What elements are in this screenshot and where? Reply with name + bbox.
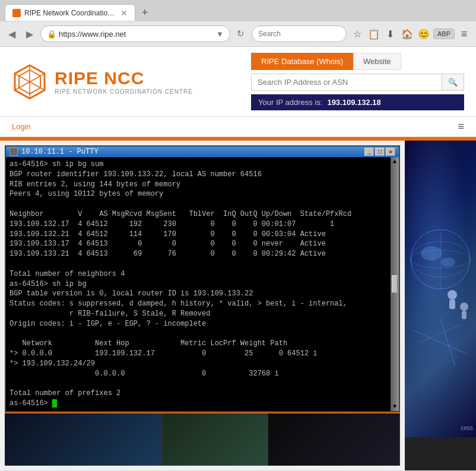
search-area: RIPE Database (Whois) Website 🔍 Your IP … xyxy=(251,53,464,110)
ripe-ncc-subtitle: RIPE NETWORK COORDINATION CENTRE xyxy=(55,88,193,95)
putty-maximize-button[interactable]: □ xyxy=(375,148,385,156)
scrollbar-thumb[interactable] xyxy=(392,275,398,293)
thumbnail-strip xyxy=(5,412,400,466)
right-sidebar: cess xyxy=(405,141,476,470)
address-bar[interactable]: 🔒 https://www.ripe.net ▼ xyxy=(40,26,230,42)
thumbnail-3 xyxy=(268,413,400,466)
tab-ripe-database[interactable]: RIPE Database (Whois) xyxy=(251,53,353,70)
address-text: https://www.ripe.net xyxy=(59,30,214,39)
scrollbar-down-arrow[interactable]: ▼ xyxy=(393,403,396,410)
address-dropdown-icon[interactable]: ▼ xyxy=(216,30,224,39)
login-link[interactable]: Login xyxy=(12,122,31,131)
pocket-icon[interactable]: ⬇ xyxy=(383,27,398,41)
putty-title-text: 10.10.11.1 - PuTTY xyxy=(21,148,99,156)
putty-window: 10.10.11.1 - PuTTY _ □ ✕ as-64516> sh ip… xyxy=(5,145,400,412)
ripe-search-button[interactable]: 🔍 xyxy=(442,74,464,90)
main-area: 10.10.11.1 - PuTTY _ □ ✕ as-64516> sh ip… xyxy=(0,141,476,470)
bookmark-star-icon[interactable]: ☆ xyxy=(350,27,364,41)
active-tab[interactable]: RIPE Network Coordination C... ✕ xyxy=(5,4,135,21)
tab-favicon xyxy=(12,9,21,17)
logo-area: RIPE NCC RIPE NETWORK COORDINATION CENTR… xyxy=(12,64,193,100)
site-nav: Login ≡ xyxy=(0,117,476,137)
putty-scrollbar[interactable]: ▲ ▼ xyxy=(391,157,399,411)
thumbnail-1 xyxy=(5,413,163,466)
browser-search-box[interactable] xyxy=(252,26,347,42)
reading-list-icon[interactable]: 📋 xyxy=(367,27,381,41)
new-tab-button[interactable]: + xyxy=(138,5,152,20)
terminal-content: as-64516> sh ip bg sum BGP router identi… xyxy=(9,160,387,409)
putty-close-button[interactable]: ✕ xyxy=(386,148,395,156)
ripe-search-input[interactable] xyxy=(252,74,442,90)
scrollbar-up-arrow[interactable]: ▲ xyxy=(393,158,396,165)
ip-banner: Your IP address is: 193.109.132.18 xyxy=(251,94,464,110)
sidebar-label: cess xyxy=(461,425,473,431)
ripe-logo-svg xyxy=(12,64,47,100)
putty-body[interactable]: as-64516> sh ip bg sum BGP router identi… xyxy=(6,157,391,411)
tab-close-button[interactable]: ✕ xyxy=(120,8,128,18)
forward-button[interactable]: ▶ xyxy=(23,27,37,41)
putty-minimize-button[interactable]: _ xyxy=(364,148,374,156)
address-bar-row: ◀ ▶ 🔒 https://www.ripe.net ▼ ↻ ☆ 📋 ⬇ 🏠 😊… xyxy=(0,21,476,46)
ripe-ncc-title: RIPE NCC xyxy=(55,68,193,88)
browser-chrome: RIPE Network Coordination C... ✕ + ◀ ▶ 🔒… xyxy=(0,0,476,47)
putty-icon xyxy=(9,148,18,156)
lock-icon: 🔒 xyxy=(47,30,55,38)
history-icon[interactable]: 🏠 xyxy=(400,27,414,41)
toolbar-icons: ☆ 📋 ⬇ 🏠 😊 ABP ≡ xyxy=(350,27,471,41)
adblock-button[interactable]: ABP xyxy=(433,28,455,39)
tab-website[interactable]: Website xyxy=(353,53,401,70)
ripe-tabs: RIPE Database (Whois) Website xyxy=(251,53,464,70)
globe-image: cess xyxy=(405,141,476,437)
browser-search-input[interactable] xyxy=(258,30,340,38)
globe-overlay xyxy=(405,141,476,437)
terminal-area: 10.10.11.1 - PuTTY _ □ ✕ as-64516> sh ip… xyxy=(0,141,405,470)
emoji-icon[interactable]: 😊 xyxy=(417,27,431,41)
tab-bar: RIPE Network Coordination C... ✕ + xyxy=(0,0,476,21)
tab-title: RIPE Network Coordination C... xyxy=(24,9,116,17)
site-header: RIPE NCC RIPE NETWORK COORDINATION CENTR… xyxy=(0,47,476,117)
ip-value: 193.109.132.18 xyxy=(327,98,380,107)
ripe-search-input-row: 🔍 xyxy=(251,74,464,91)
thumbnail-2 xyxy=(163,413,268,466)
ip-label: Your IP address is: xyxy=(258,98,322,107)
ripe-logo-text: RIPE NCC RIPE NETWORK COORDINATION CENTR… xyxy=(55,68,193,95)
putty-titlebar: 10.10.11.1 - PuTTY _ □ ✕ xyxy=(6,147,399,157)
hamburger-menu-button[interactable]: ≡ xyxy=(457,27,471,41)
back-button[interactable]: ◀ xyxy=(5,27,19,41)
putty-body-container: as-64516> sh ip bg sum BGP router identi… xyxy=(6,157,399,411)
nav-menu-button[interactable]: ≡ xyxy=(458,120,464,133)
putty-controls: _ □ ✕ xyxy=(364,148,395,156)
putty-title: 10.10.11.1 - PuTTY xyxy=(9,148,99,156)
terminal-cursor xyxy=(52,399,57,408)
refresh-button[interactable]: ↻ xyxy=(234,27,248,41)
